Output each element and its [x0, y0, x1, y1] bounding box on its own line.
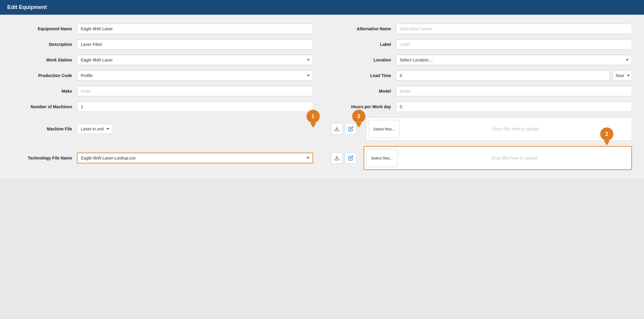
number-of-machines-row: Number of Machines [12, 102, 313, 112]
lead-time-row: Lead Time hour [331, 70, 632, 81]
label-row: Label [331, 39, 632, 49]
work-station-select[interactable]: Eagle 6kW Laser [77, 55, 313, 65]
location-row: Location Select Location.... [331, 55, 632, 65]
hours-per-workday-input[interactable] [396, 102, 632, 112]
pin-1-label: 1 [311, 113, 314, 120]
lead-time-input[interactable] [396, 70, 610, 81]
location-label: Location [331, 58, 391, 62]
pin-1-tail [310, 123, 316, 128]
machine-file-select-files-label: Select files... [373, 127, 395, 131]
machine-file-drop-zone-text: Drop files here to upload [402, 127, 629, 131]
hours-per-workday-label: Hours per Work day [331, 104, 391, 109]
technology-file-drop-zone-text: Drop files here to upload [400, 156, 629, 160]
header: Edit Equipment [0, 0, 644, 15]
machine-file-select-files-btn[interactable]: Select files... [369, 120, 400, 138]
header-title: Edit Equipment [7, 4, 47, 10]
lead-time-unit-select[interactable]: hour [612, 70, 632, 81]
model-label: Model [331, 89, 391, 94]
technology-file-name-label: Technology File Name [12, 156, 72, 160]
machine-file-row: Machine File Laser-in.xml 1 [12, 117, 313, 141]
make-label: Make [12, 89, 72, 94]
form-container: Equipment Name Alternative Name Descript… [0, 15, 644, 179]
machine-file-upload-row: 3 Select files... Drop files here to upl… [331, 117, 632, 141]
alternative-name-input[interactable] [396, 24, 632, 34]
pin-3-tail [356, 123, 362, 128]
work-station-row: Work Station Eagle 6kW Laser [12, 55, 313, 65]
location-select[interactable]: Select Location.... [396, 55, 632, 65]
hours-per-workday-row: Hours per Work day [331, 102, 632, 112]
machine-file-upload-box: Select files... Drop files here to uploa… [366, 117, 632, 141]
description-row: Description [12, 39, 313, 49]
make-row: Make [12, 86, 313, 96]
model-row: Model [331, 86, 632, 96]
technology-file-edit-btn[interactable] [345, 152, 356, 164]
technology-file-select-files-label: Select files... [371, 156, 393, 160]
model-input[interactable] [396, 86, 632, 96]
download-icon-2 [334, 155, 340, 161]
edit-icon [348, 126, 353, 132]
number-of-machines-input[interactable] [77, 102, 313, 112]
pin-2-tail [604, 141, 610, 145]
technology-file-name-row: Technology File Name Eagle 6kW Laser-Loo… [12, 146, 313, 170]
production-code-row: Production Code Profile [12, 70, 313, 81]
machine-file-label: Machine File [12, 127, 72, 131]
description-input[interactable] [77, 39, 313, 49]
technology-file-name-select[interactable]: Eagle 6kW Laser-Lookup.csv [77, 153, 313, 163]
equipment-name-row: Equipment Name [12, 24, 313, 34]
number-of-machines-label: Number of Machines [12, 104, 72, 109]
download-icon [334, 126, 340, 132]
production-code-label: Production Code [12, 73, 72, 78]
work-station-label: Work Station [12, 58, 72, 62]
make-input[interactable] [77, 86, 313, 96]
pin-3-label: 3 [357, 113, 360, 120]
technology-file-download-btn[interactable] [331, 152, 343, 164]
machine-file-download-btn[interactable] [331, 123, 343, 135]
production-code-select[interactable]: Profile [77, 70, 313, 81]
equipment-name-input[interactable] [77, 24, 313, 34]
technology-file-upload-box: 2 Select files... Drop files here to upl… [364, 146, 632, 170]
edit-icon-2 [348, 155, 353, 161]
machine-file-edit-btn[interactable] [345, 123, 356, 135]
alternative-name-label: Alternative Name [331, 26, 391, 31]
description-label: Description [12, 42, 72, 47]
label-input[interactable] [396, 39, 632, 49]
machine-file-select[interactable]: Laser-in.xml [77, 124, 113, 134]
lead-time-label: Lead Time [331, 73, 391, 78]
equipment-name-label: Equipment Name [12, 26, 72, 31]
label-label: Label [331, 42, 391, 47]
technology-file-upload-row: 2 Select files... Drop files here to upl… [331, 146, 632, 170]
technology-file-select-files-btn[interactable]: Select files... [367, 149, 398, 167]
alternative-name-row: Alternative Name [331, 24, 632, 34]
